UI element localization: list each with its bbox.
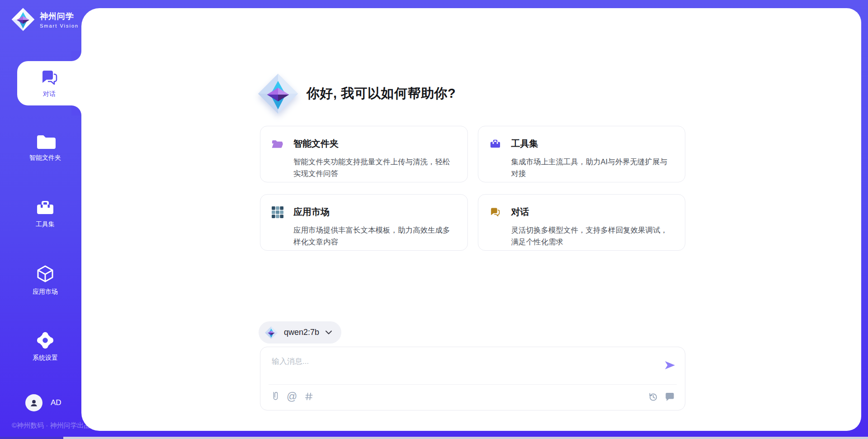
- sidebar-item-smart-folder[interactable]: 智能文件夹: [14, 133, 77, 162]
- greeting-block: 你好, 我可以如何帮助你?: [257, 72, 456, 115]
- card-smart-folder[interactable]: 智能文件夹 智能文件夹功能支持批量文件上传与清洗，轻松实现文件问答: [260, 126, 468, 182]
- message-composer: @: [260, 347, 685, 410]
- horizontal-scrollbar[interactable]: [0, 437, 868, 439]
- card-chat[interactable]: 对话 灵活切换多模型文件，支持多样回复效果调试，满足个性化需求: [478, 194, 686, 251]
- card-title: 应用市场: [293, 206, 330, 218]
- sidebar-item-label: 对话: [43, 90, 56, 98]
- greeting-title: 你好, 我可以如何帮助你?: [307, 85, 456, 103]
- mention-icon[interactable]: @: [287, 391, 297, 402]
- assistant-diamond-icon: [257, 72, 299, 115]
- folder-icon: [35, 133, 56, 150]
- card-title: 智能文件夹: [293, 138, 339, 150]
- tab-fillet-bottom: [71, 105, 81, 115]
- sidebar-item-label: 应用市场: [33, 288, 58, 296]
- brand-diamond-icon: [11, 7, 35, 32]
- gear-icon: [36, 331, 55, 350]
- toolbox-icon: [35, 198, 56, 216]
- sidebar-item-toolbox[interactable]: 工具集: [14, 198, 77, 229]
- feature-cards: 智能文件夹 智能文件夹功能支持批量文件上传与清洗，轻松实现文件问答 工具集 集成…: [260, 126, 685, 251]
- send-icon[interactable]: [664, 359, 676, 372]
- card-description: 智能文件夹功能支持批量文件上传与清洗，轻松实现文件问答: [293, 156, 456, 179]
- card-description: 集成市场上主流工具，助力AI与外界无缝扩展与对接: [511, 156, 674, 179]
- model-diamond-icon: [264, 326, 278, 339]
- chevron-down-icon: [325, 330, 332, 335]
- avatar: [25, 394, 42, 411]
- message-input[interactable]: [272, 356, 660, 380]
- chat-filled-icon[interactable]: [665, 392, 675, 401]
- grid-icon: [271, 206, 283, 218]
- app-logo: 神州问学 Smart Vision: [11, 7, 79, 32]
- composer-divider: [269, 384, 677, 385]
- sidebar-item-label: 系统设置: [33, 354, 58, 362]
- card-title: 工具集: [511, 138, 538, 150]
- model-selector[interactable]: qwen2:7b: [259, 321, 341, 344]
- toolbox-icon: [489, 138, 501, 150]
- sidebar-item-app-market[interactable]: 应用市场: [14, 264, 77, 296]
- brand-title: 神州问学: [40, 11, 79, 22]
- card-title: 对话: [511, 206, 529, 218]
- copyright-footer: ©神州数码 · 神州问学出品: [12, 421, 90, 430]
- sidebar-item-chat[interactable]: 对话: [17, 61, 81, 105]
- card-app-market[interactable]: 应用市场 应用市场提供丰富长文本模板，助力高效生成多样化文章内容: [260, 194, 468, 251]
- sidebar-item-settings[interactable]: 系统设置: [14, 331, 77, 362]
- folder-open-icon: [271, 138, 283, 150]
- chat-bubbles-icon: [489, 206, 501, 218]
- sidebar-item-label: 工具集: [36, 220, 55, 229]
- attachment-icon[interactable]: [271, 391, 280, 402]
- user-initials: AD: [51, 398, 61, 407]
- tab-fillet-top: [71, 51, 81, 61]
- hash-icon[interactable]: [304, 391, 314, 401]
- user-account[interactable]: AD: [25, 394, 61, 411]
- model-name: qwen2:7b: [284, 328, 319, 337]
- history-icon[interactable]: [648, 391, 658, 402]
- brand-subtitle: Smart Vision: [40, 23, 79, 29]
- cube-icon: [35, 264, 55, 284]
- person-icon: [29, 398, 39, 408]
- chat-bubbles-icon: [39, 69, 59, 87]
- card-toolbox[interactable]: 工具集 集成市场上主流工具，助力AI与外界无缝扩展与对接: [478, 126, 686, 182]
- card-description: 应用市场提供丰富长文本模板，助力高效生成多样化文章内容: [293, 224, 456, 248]
- card-description: 灵活切换多模型文件，支持多样回复效果调试，满足个性化需求: [511, 224, 674, 248]
- scrollbar-thumb[interactable]: [0, 437, 63, 439]
- sidebar-item-label: 智能文件夹: [29, 154, 61, 162]
